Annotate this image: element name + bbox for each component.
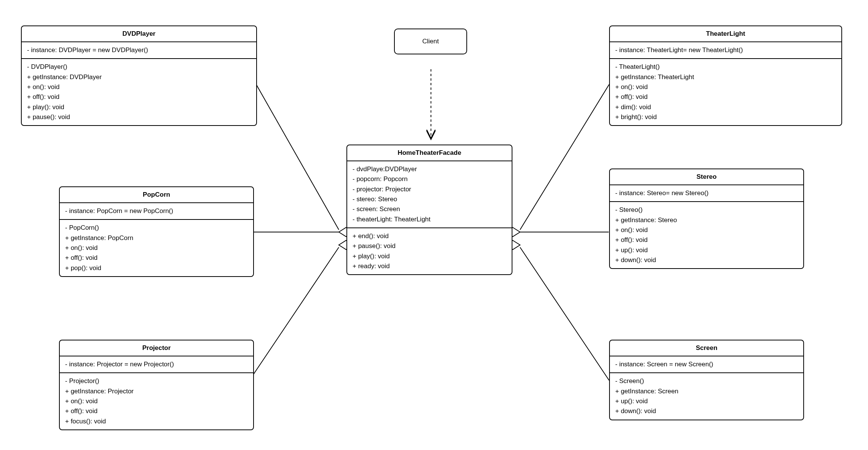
class-methods: - Stereo() + getInstance: Stereo + on():…: [610, 202, 803, 268]
class-attributes: - instance: TheaterLight= new TheaterLig…: [610, 42, 841, 59]
class-theaterlight: TheaterLight - instance: TheaterLight= n…: [609, 25, 842, 126]
assoc-projector: [246, 247, 339, 386]
class-title: PopCorn: [60, 187, 253, 203]
class-methods: - TheaterLight() + getInstance: TheaterL…: [610, 59, 841, 125]
assoc-screen: [520, 247, 609, 380]
class-title: Screen: [610, 340, 803, 356]
class-title: TheaterLight: [610, 26, 841, 42]
class-methods: - PopCorn() + getInstance: PopCorn + on(…: [60, 220, 253, 276]
class-dvdplayer: DVDPlayer - instance: DVDPlayer = new DV…: [21, 25, 257, 126]
class-popcorn: PopCorn - instance: PopCorn = new PopCor…: [59, 186, 254, 277]
class-title: HomeTheaterFacade: [347, 145, 512, 161]
assoc-theaterlight: [520, 84, 609, 230]
class-title: DVDPlayer: [22, 26, 256, 42]
class-screen: Screen - instance: Screen = new Screen()…: [609, 340, 804, 420]
class-attributes: - instance: Projector = new Projector(): [60, 356, 253, 373]
class-stereo: Stereo - instance: Stereo= new Stereo() …: [609, 169, 804, 269]
class-attributes: - instance: PopCorn = new PopCorn(): [60, 203, 253, 220]
class-projector: Projector - instance: Projector = new Pr…: [59, 340, 254, 430]
class-home-theater-facade: HomeTheaterFacade - dvdPlaye:DVDPlayer -…: [346, 145, 512, 275]
class-title: Client: [406, 38, 455, 45]
class-attributes: - instance: Screen = new Screen(): [610, 356, 803, 373]
uml-class-diagram: Client HomeTheaterFacade - dvdPlaye:DVDP…: [0, 0, 868, 450]
class-methods: - DVDPlayer() + getInstance: DVDPlayer +…: [22, 59, 256, 125]
class-methods: + end(): void + pause(): void + play(): …: [347, 228, 512, 274]
class-attributes: - dvdPlaye:DVDPlayer - popcorn: Popcorn …: [347, 161, 512, 228]
class-attributes: - instance: DVDPlayer = new DVDPlayer(): [22, 42, 256, 59]
class-attributes: - instance: Stereo= new Stereo(): [610, 185, 803, 202]
class-title: Projector: [60, 340, 253, 356]
class-title: Stereo: [610, 169, 803, 185]
assoc-dvdplayer: [256, 84, 339, 230]
class-methods: - Projector() + getInstance: Projector +…: [60, 373, 253, 429]
class-client: Client: [394, 29, 467, 54]
class-methods: - Screen() + getInstance: Screen + up():…: [610, 373, 803, 419]
